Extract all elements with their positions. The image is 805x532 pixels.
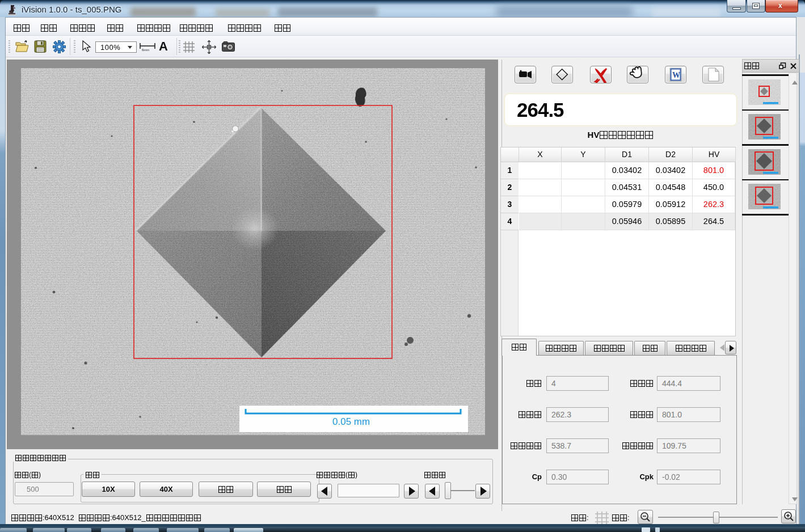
svg-text:6mm: 6mm [142, 48, 149, 52]
svg-text:0.05 mm: 0.05 mm [332, 416, 370, 427]
svg-text:W: W [672, 71, 680, 79]
